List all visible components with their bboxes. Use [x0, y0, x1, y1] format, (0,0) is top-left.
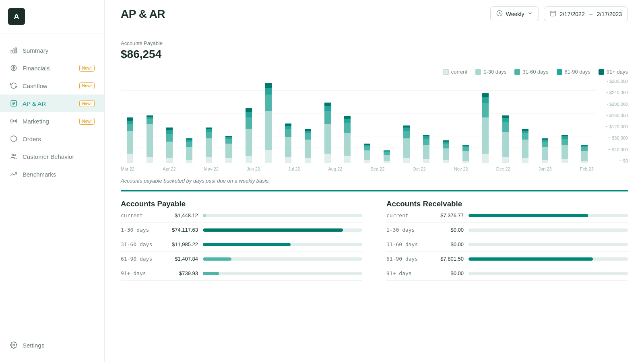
bar-segment: [462, 147, 469, 151]
bar-group: [318, 103, 337, 163]
sidebar-item-benchmarks[interactable]: Benchmarks: [0, 165, 104, 183]
sidebar-item-financials[interactable]: Financials New!: [0, 59, 104, 77]
bar-segment: [305, 133, 311, 140]
apar-badge: New!: [79, 100, 95, 107]
sidebar: A Summary Financials New! Cashflow New!: [0, 0, 105, 362]
bar-segment: [166, 142, 173, 158]
bar-fill: [203, 257, 231, 261]
x-label: May 22: [204, 167, 219, 171]
calendar-icon: [550, 10, 556, 18]
legend-label-61-90: 61-90 days: [565, 69, 590, 75]
x-label: Apr 22: [163, 167, 175, 171]
bar-track: [203, 228, 362, 232]
svg-point-10: [14, 155, 16, 156]
sidebar-nav: Summary Financials New! Cashflow New! AP…: [0, 33, 104, 328]
sidebar-item-orders[interactable]: Orders: [0, 130, 104, 148]
x-label: Aug 22: [328, 167, 342, 171]
row-value: $7,376.77: [427, 212, 464, 218]
bar-segment: [423, 139, 429, 145]
bar-group: [219, 136, 238, 163]
ar-table-title: Accounts Receivable: [386, 200, 628, 208]
bar-segment: [581, 151, 588, 160]
svg-point-11: [13, 344, 15, 346]
bar-fill: [469, 257, 593, 261]
svg-rect-1: [13, 49, 14, 53]
sidebar-item-settings[interactable]: Settings: [0, 336, 104, 354]
refresh-icon: [10, 82, 18, 90]
x-label: Dec 22: [496, 167, 510, 171]
bar-segment: [522, 133, 528, 140]
bar-track: [203, 272, 362, 275]
header-controls: Weekly 2/17/2022 → 2/17/2023: [490, 6, 628, 21]
row-value: $7,801.50: [427, 256, 464, 262]
bar-segment: [285, 129, 291, 137]
bar-group: [299, 129, 317, 163]
row-value: $74,117.63: [162, 227, 198, 233]
date-range-selector[interactable]: 2/17/2022 → 2/17/2023: [544, 6, 628, 21]
sidebar-item-orders-label: Orders: [23, 136, 41, 142]
table-row: 31-60 days$11,985.22: [121, 237, 362, 252]
tables-row: Accounts Payable current$1,448.121-30 da…: [121, 200, 628, 281]
bar-group: [417, 135, 436, 163]
bar-segment: [581, 161, 588, 164]
bar-segment: [324, 103, 331, 106]
bar-segment: [127, 124, 133, 130]
bar-chart: ~ $280,000 ~ $240,000 ~ $200,000 ~ $160,…: [121, 79, 628, 163]
ap-table-rows: current$1,448.121-30 days$74,117.6331-60…: [121, 208, 362, 281]
row-value: $739.93: [162, 270, 198, 276]
legend-item-61-90: 61-90 days: [557, 69, 590, 75]
row-label: 61-90 days: [386, 256, 423, 262]
bar-segment: [246, 156, 252, 164]
bar-segment: [344, 156, 351, 164]
bar-segment: [364, 146, 370, 150]
svg-point-9: [12, 154, 14, 156]
app-logo[interactable]: A: [8, 8, 25, 25]
sidebar-item-apar[interactable]: AP & AR New!: [0, 95, 104, 112]
page-title: AP & AR: [121, 8, 482, 21]
legend-label-current: current: [451, 69, 467, 75]
main-area: AP & AR Weekly 2/17/2022 → 2/17/2023: [105, 0, 644, 362]
bar-group: [555, 135, 574, 163]
bar-segment: [265, 83, 272, 88]
bar-group: [140, 115, 159, 163]
bar-segment: [482, 97, 489, 103]
row-label: 91+ days: [121, 270, 157, 276]
bar-segment: [542, 142, 548, 147]
bar-fill: [203, 228, 343, 232]
bar-segment: [265, 111, 272, 150]
bar-segment: [403, 158, 410, 163]
people-icon: [10, 152, 18, 160]
bar-segment: [502, 122, 509, 132]
ap-table-title: Accounts Payable: [121, 200, 362, 208]
legend-item-1-30: 1-30 days: [475, 69, 506, 75]
time-period-selector[interactable]: Weekly: [490, 6, 539, 21]
row-label: 1-30 days: [386, 227, 423, 233]
bar-segment: [166, 134, 173, 142]
sidebar-item-customer-behavior[interactable]: Customer Behavior: [0, 148, 104, 165]
bar-segment: [364, 160, 370, 163]
sidebar-item-marketing[interactable]: Marketing New!: [0, 112, 104, 130]
legend-dot-current: [443, 69, 449, 75]
x-label: Jun 22: [247, 167, 260, 171]
sidebar-item-summary[interactable]: Summary: [0, 41, 104, 59]
gear-icon: [10, 341, 18, 349]
bar-fill: [203, 272, 219, 275]
row-value: $1,448.12: [162, 212, 198, 218]
bar-segment: [384, 161, 390, 163]
x-label: Feb 23: [580, 167, 594, 171]
bar-segment: [324, 111, 331, 124]
bar-segment: [561, 159, 568, 163]
sidebar-item-settings-label: Settings: [23, 342, 44, 349]
bar-group: [338, 116, 357, 163]
row-value: $0.00: [427, 241, 464, 247]
svg-rect-0: [11, 50, 12, 53]
bar-track: [203, 243, 362, 246]
bar-group: [536, 138, 554, 163]
box-icon: [10, 135, 18, 143]
section-divider: [121, 190, 628, 191]
row-label: 91+ days: [386, 270, 423, 276]
bar-segment: [344, 119, 351, 123]
bar-segment: [305, 158, 311, 163]
sidebar-item-cashflow[interactable]: Cashflow New!: [0, 77, 104, 95]
bar-group: [200, 128, 218, 163]
